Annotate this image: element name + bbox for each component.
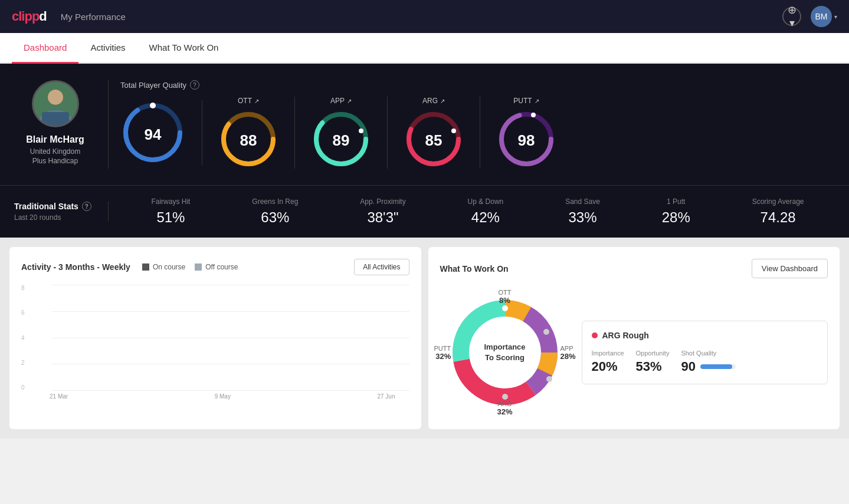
arg-stats: Importance 20% Opportunity 53% Shot Qual… bbox=[592, 350, 818, 374]
chevron-down-icon: ▾ bbox=[834, 14, 837, 20]
chart-area: 8 6 4 2 0 bbox=[21, 285, 409, 400]
bar-1 bbox=[40, 365, 64, 391]
score-total-circle: 94 bbox=[120, 100, 185, 165]
player-card: Blair McHarg United Kingdom Plus Handica… bbox=[14, 80, 109, 169]
ott-label: OTT ↗ bbox=[238, 97, 259, 105]
score-ott-circle: 88 bbox=[219, 110, 278, 169]
svg-point-5 bbox=[150, 103, 156, 108]
chart-bars bbox=[38, 285, 409, 391]
avatar: BM bbox=[811, 6, 832, 27]
header-right: ⊕ ▾ BM ▾ bbox=[782, 6, 837, 27]
svg-point-29 bbox=[502, 305, 508, 311]
score-arg-circle: 85 bbox=[404, 110, 463, 169]
svg-text:88: 88 bbox=[240, 131, 257, 149]
score-app: APP ↗ 89 bbox=[295, 97, 388, 169]
arg-label: ARG ↗ bbox=[422, 97, 445, 105]
view-dashboard-button[interactable]: View Dashboard bbox=[752, 259, 828, 278]
arg-trend: ↗ bbox=[440, 98, 445, 104]
bar-4 bbox=[119, 339, 143, 391]
donut-label-app: APP 28% bbox=[560, 345, 575, 361]
score-ott: OTT ↗ 88 bbox=[202, 97, 295, 169]
nav-tabs: Dashboard Activities What To Work On bbox=[0, 33, 849, 64]
y-axis: 8 6 4 2 0 bbox=[21, 285, 25, 391]
svg-point-1 bbox=[48, 90, 63, 105]
score-app-circle: 89 bbox=[312, 110, 371, 169]
score-arg: ARG ↗ 85 bbox=[388, 97, 480, 169]
x-label-3: 27 Jun bbox=[377, 393, 395, 400]
donut-label-putt: PUTT 32% bbox=[434, 345, 451, 361]
arg-dot bbox=[592, 332, 598, 338]
what-to-work-on-panel: What To Work On View Dashboard bbox=[428, 247, 840, 429]
logo-text: clippd bbox=[12, 9, 47, 24]
app-label: APP ↗ bbox=[330, 97, 352, 105]
tab-what-to-work-on[interactable]: What To Work On bbox=[137, 33, 231, 64]
header: clippd My Performance ⊕ ▾ BM ▾ bbox=[0, 0, 849, 33]
stat-sand-save: Sand Save 33% bbox=[565, 197, 600, 226]
scores-section: Total Player Quality ? 94 OTT ↗ bbox=[120, 80, 835, 169]
player-avatar bbox=[32, 80, 79, 127]
player-name: Blair McHarg bbox=[26, 134, 84, 145]
score-putt: PUTT ↗ 98 bbox=[480, 97, 572, 169]
bar-2 bbox=[67, 365, 90, 391]
header-title: My Performance bbox=[61, 12, 126, 22]
bar-8 bbox=[225, 345, 248, 391]
bar-6 bbox=[172, 274, 196, 391]
legend-on-course: On course bbox=[142, 263, 185, 271]
tab-activities[interactable]: Activities bbox=[78, 33, 137, 64]
help-icon[interactable]: ? bbox=[190, 80, 199, 90]
stats-subtitle: Last 20 rounds bbox=[14, 213, 96, 222]
player-country: United Kingdom bbox=[30, 147, 80, 156]
app-logo: clippd bbox=[12, 9, 47, 24]
svg-point-12 bbox=[359, 129, 363, 133]
wtw-header: What To Work On View Dashboard bbox=[440, 259, 828, 278]
bar-13 bbox=[357, 384, 381, 391]
stat-scoring-avg: Scoring Average 74.28 bbox=[752, 197, 804, 226]
donut-center-label: ImportanceTo Scoring bbox=[484, 342, 525, 363]
add-button[interactable]: ⊕ ▾ bbox=[782, 7, 801, 26]
all-activities-button[interactable]: All Activities bbox=[354, 259, 409, 275]
bar-14 bbox=[383, 378, 407, 391]
svg-point-20 bbox=[531, 113, 536, 117]
bar-7 bbox=[199, 274, 222, 391]
bar-11 bbox=[304, 345, 328, 391]
bar-9 bbox=[251, 339, 275, 391]
stats-items: Fairways Hit 51% Greens In Reg 63% App. … bbox=[109, 197, 835, 226]
bar-10 bbox=[278, 339, 301, 391]
svg-rect-22 bbox=[142, 263, 149, 271]
header-left: clippd My Performance bbox=[12, 9, 126, 24]
shot-quality-bar-fill bbox=[700, 364, 732, 369]
circles-row: 94 OTT ↗ 88 APP ↗ bbox=[120, 97, 835, 169]
chart-x-labels: 21 Mar 9 May 27 Jun bbox=[35, 393, 409, 400]
x-label-2: 9 May bbox=[215, 393, 231, 400]
bottom-panels: Activity - 3 Months - Weekly On course O… bbox=[0, 238, 849, 439]
stats-title: Traditional Stats ? bbox=[14, 202, 96, 211]
svg-text:94: 94 bbox=[145, 126, 162, 143]
ott-trend: ↗ bbox=[254, 98, 259, 104]
user-menu[interactable]: BM ▾ bbox=[811, 6, 837, 27]
putt-trend: ↗ bbox=[535, 98, 539, 104]
stat-fairways-hit: Fairways Hit 51% bbox=[151, 197, 190, 226]
logo-highlight: d bbox=[39, 9, 46, 24]
svg-point-16 bbox=[451, 129, 456, 133]
bar-5 bbox=[146, 300, 169, 391]
arg-stat-shot-quality: Shot Quality 90 bbox=[681, 350, 735, 374]
svg-rect-2 bbox=[41, 112, 68, 126]
player-handicap: Plus Handicap bbox=[32, 157, 78, 165]
arg-card-title: ARG Rough bbox=[592, 331, 818, 340]
donut-label-ott: OTT 8% bbox=[499, 289, 512, 305]
stats-label: Traditional Stats ? Last 20 rounds bbox=[14, 202, 109, 222]
bar-12 bbox=[330, 384, 354, 391]
app-trend: ↗ bbox=[347, 98, 352, 104]
tab-dashboard[interactable]: Dashboard bbox=[12, 33, 78, 64]
arg-rough-card: ARG Rough Importance 20% Opportunity 53%… bbox=[582, 321, 828, 384]
x-label-1: 21 Mar bbox=[50, 393, 68, 400]
activity-chart-header: Activity - 3 Months - Weekly On course O… bbox=[21, 259, 409, 275]
arg-stat-importance: Importance 20% bbox=[592, 350, 624, 374]
arg-stat-opportunity: Opportunity 53% bbox=[636, 350, 670, 374]
stats-help-icon[interactable]: ? bbox=[82, 202, 91, 211]
stat-1-putt: 1 Putt 28% bbox=[662, 197, 690, 226]
activity-chart-title: Activity - 3 Months - Weekly bbox=[21, 262, 130, 272]
svg-point-31 bbox=[546, 376, 552, 382]
stats-row: Traditional Stats ? Last 20 rounds Fairw… bbox=[0, 185, 849, 238]
shot-quality-display: 90 bbox=[681, 359, 735, 374]
